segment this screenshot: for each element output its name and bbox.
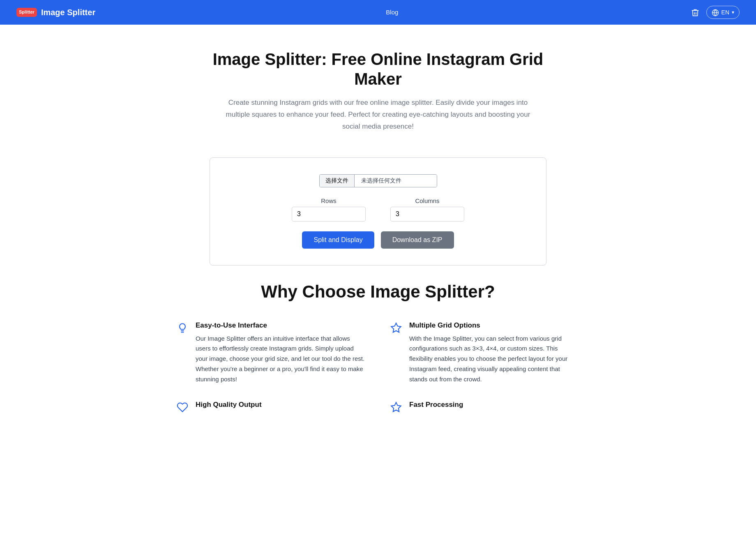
trash-icon [691, 8, 700, 17]
file-input-row: 选择文件 未选择任何文件 [319, 174, 437, 187]
rows-label: Rows [321, 197, 337, 204]
tool-box-wrapper: 选择文件 未选择任何文件 Rows Columns Split and Disp… [193, 157, 563, 265]
feature-grid-text: Multiple Grid Options With the Image Spl… [409, 321, 579, 385]
navbar: Splitter Image Splitter Blog EN ▾ [0, 0, 756, 25]
navbar-center: Blog [386, 9, 398, 16]
feature-easy-heading: Easy-to-Use Interface [196, 321, 366, 330]
feature-grid-desc: With the Image Splitter, you can select … [409, 334, 579, 385]
feature-fast: Fast Processing [390, 401, 579, 413]
svg-marker-3 [391, 323, 401, 332]
feature-fast-text: Fast Processing [409, 401, 463, 413]
hero-title: Image Splitter: Free Online Instagram Gr… [210, 49, 546, 89]
chevron-down-icon: ▾ [732, 9, 734, 15]
hero-section: Image Splitter: Free Online Instagram Gr… [193, 25, 563, 149]
heart-icon [177, 401, 188, 413]
svg-marker-4 [391, 403, 401, 412]
download-zip-button[interactable]: Download as ZIP [381, 231, 454, 249]
tool-box: 选择文件 未选择任何文件 Rows Columns Split and Disp… [210, 157, 546, 265]
action-buttons: Split and Display Download as ZIP [302, 231, 454, 249]
fast-icon [390, 401, 402, 413]
why-section: Why Choose Image Splitter? Easy-to-Use I… [152, 282, 604, 438]
navbar-logo-group: Splitter Image Splitter [16, 8, 95, 17]
feature-grid-heading: Multiple Grid Options [409, 321, 579, 330]
cols-label: Columns [415, 197, 439, 204]
feature-quality-heading: High Quality Output [196, 401, 262, 409]
language-selector[interactable]: EN ▾ [706, 6, 740, 19]
star-icon [390, 322, 402, 334]
feature-quality: High Quality Output [177, 401, 366, 413]
file-input-fake: 选择文件 未选择任何文件 [319, 174, 437, 187]
trash-icon-button[interactable] [689, 6, 701, 19]
feature-easy-text: Easy-to-Use Interface Our Image Splitter… [196, 321, 366, 385]
feature-easy-desc: Our Image Splitter offers an intuitive i… [196, 334, 366, 385]
feature-quality-text: High Quality Output [196, 401, 262, 413]
feature-fast-heading: Fast Processing [409, 401, 463, 409]
file-no-file-label: 未选择任何文件 [355, 175, 437, 187]
lang-label: EN [721, 9, 729, 16]
features-grid: Easy-to-Use Interface Our Image Splitter… [177, 321, 579, 413]
navbar-right: EN ▾ [689, 6, 740, 19]
rows-cols-row: Rows Columns [292, 197, 464, 222]
why-title: Why Choose Image Splitter? [177, 282, 579, 302]
split-and-display-button[interactable]: Split and Display [302, 231, 374, 249]
file-choose-button[interactable]: 选择文件 [320, 175, 355, 187]
hero-description: Create stunning Instagram grids with our… [222, 97, 534, 133]
blog-link[interactable]: Blog [386, 9, 398, 16]
logo-badge: Splitter [16, 8, 37, 16]
rows-field-group: Rows [292, 197, 366, 222]
app-name: Image Splitter [41, 8, 95, 17]
feature-grid-options: Multiple Grid Options With the Image Spl… [390, 321, 579, 385]
rows-input[interactable] [292, 207, 366, 222]
lightbulb-icon [177, 322, 188, 334]
feature-easy-to-use: Easy-to-Use Interface Our Image Splitter… [177, 321, 366, 385]
globe-icon [712, 9, 719, 16]
cols-field-group: Columns [390, 197, 464, 222]
cols-input[interactable] [390, 207, 464, 222]
